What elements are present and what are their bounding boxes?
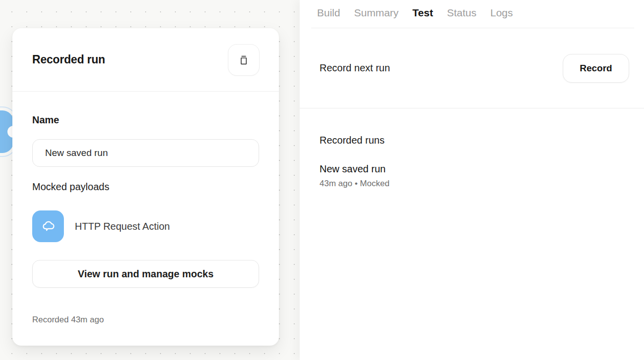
tab-logs[interactable]: Logs: [490, 7, 513, 19]
card-title: Recorded run: [32, 53, 105, 66]
run-meta: 43m ago • Mocked: [320, 179, 624, 189]
tab-status[interactable]: Status: [447, 7, 477, 19]
name-label: Name: [32, 114, 259, 126]
run-name-input[interactable]: [32, 139, 259, 167]
recorded-ago-text: Recorded 43m ago: [32, 315, 259, 325]
cloud-speech-icon: [32, 210, 64, 242]
delete-run-button[interactable]: [228, 44, 260, 76]
mocked-payloads-label: Mocked payloads: [32, 181, 259, 193]
view-run-button[interactable]: View run and manage mocks: [32, 260, 259, 288]
panel-tabs: Build Summary Test Status Logs: [300, 0, 644, 28]
workflow-node[interactable]: [0, 110, 13, 153]
app-node[interactable]: [0, 110, 13, 153]
tab-build[interactable]: Build: [317, 7, 340, 19]
tab-summary[interactable]: Summary: [354, 7, 399, 19]
list-item[interactable]: New saved run 43m ago • Mocked: [320, 163, 624, 189]
test-panel: Build Summary Test Status Logs Record ne…: [300, 0, 644, 360]
recorded-runs-section: Recorded runs New saved run 43m ago • Mo…: [300, 108, 644, 189]
trash-icon: [237, 53, 250, 66]
card-header: Recorded run: [12, 28, 279, 92]
record-button[interactable]: Record: [563, 54, 629, 83]
record-next-run-row: Record next run Record: [300, 28, 644, 108]
run-name: New saved run: [320, 163, 624, 175]
tab-test[interactable]: Test: [413, 7, 433, 19]
payload-item[interactable]: HTTP Request Action: [32, 210, 259, 242]
card-body: Name Mocked payloads HTTP Request Action…: [12, 114, 279, 325]
recorded-run-card: Recorded run Name Mocked payloads HTTP R…: [12, 28, 279, 346]
recorded-runs-heading: Recorded runs: [320, 135, 624, 146]
payload-app-name: HTTP Request Action: [75, 221, 170, 232]
record-next-run-label: Record next run: [320, 62, 390, 74]
